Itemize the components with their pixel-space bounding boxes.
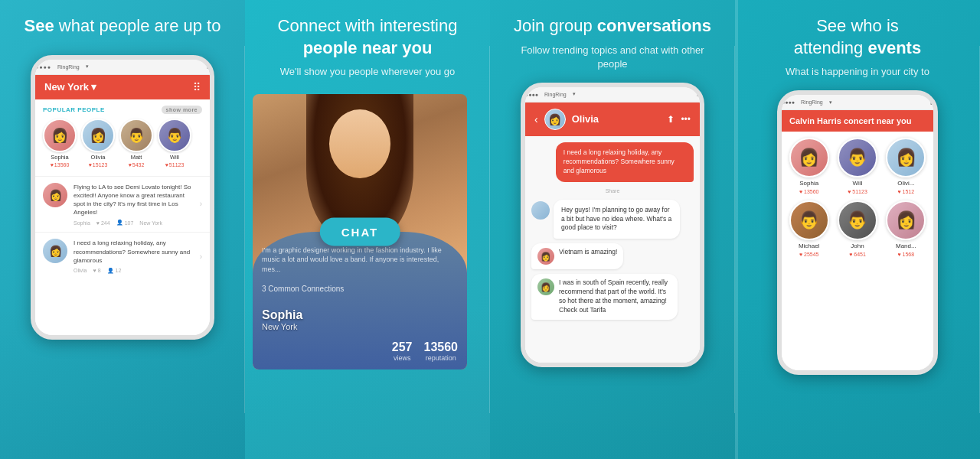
person-avatar-manda: 👩 xyxy=(886,200,926,240)
section-events: See who is attending events What is happ… xyxy=(735,0,980,459)
feed-author-2: Olivia xyxy=(74,268,87,273)
feed-meta-2: Olivia ♥ 8 👤 12 xyxy=(74,268,194,274)
feed-item-1[interactable]: 👩 Flying to LA to see Demi Lovato tonigh… xyxy=(35,176,210,233)
feed-avatar-olivia: 👩 xyxy=(43,239,67,263)
views-stat: 257 views xyxy=(392,340,413,362)
wifi-icon-4: ▾ xyxy=(829,99,832,106)
person-will[interactable]: 👨 Will ♥ 51123 xyxy=(836,138,878,194)
event-header: Calvin Harris concert near you xyxy=(782,110,933,132)
chat-person-avatar: 👩 xyxy=(544,109,566,130)
avatar-sophia[interactable]: 👩 Sophia ♥ 13560 xyxy=(43,119,77,168)
section-social-feed: See what people are up to ●●●● RingRing … xyxy=(0,0,245,459)
section-3-header: Join group conversations Follow trending… xyxy=(490,0,735,79)
event-people-grid: 👩 Sophia ♥ 13560 👨 Will ♥ 51123 xyxy=(782,132,933,263)
phone-status-bar-3: ●●●● RingRing ▾ ▮ xyxy=(525,87,700,103)
chat-messages-area: I need a long relaxing holiday, any reco… xyxy=(525,136,700,363)
section-4-header: See who is attending events What is happ… xyxy=(770,0,945,86)
back-arrow-icon[interactable]: ‹ xyxy=(534,113,538,125)
avatar-matt[interactable]: 👨 Matt ♥ 5432 xyxy=(119,119,153,168)
feed-likes-2: ♥ 8 xyxy=(93,268,101,273)
signal-icon-3: ●●●● xyxy=(525,92,538,97)
popular-people-section: POPULAR PEOPLE show more 👩 Sophia ♥ 1356… xyxy=(35,99,210,176)
chevron-down-icon: ▾ xyxy=(91,81,96,93)
person-olivia-partial[interactable]: 👩 Olivi... ♥ 1512 xyxy=(885,138,927,194)
section-group-chat: Join group conversations Follow trending… xyxy=(490,0,735,459)
connections-label: 3 Common Connections xyxy=(262,285,344,293)
section-1-headline: See what people are up to xyxy=(24,15,221,37)
will-avatar: 👨 xyxy=(158,119,191,152)
chat-bubble-self: I need a long relaxing holiday, any reco… xyxy=(556,142,694,182)
person-john[interactable]: 👨 John ♥ 6451 xyxy=(836,200,878,257)
profile-bio: I'm a graphic designer working in the fa… xyxy=(262,246,458,275)
feed-content-2: I need a long relaxing holiday, any reco… xyxy=(74,239,194,274)
section-profile: Connect with interesting people near you… xyxy=(245,0,490,459)
person-avatar-john: 👨 xyxy=(838,200,877,240)
chat-reply-1: 👩 Vietnam is amazing! xyxy=(531,243,623,269)
carrier-label-3: RingRing xyxy=(544,92,567,97)
feed-item-2[interactable]: 👩 I need a long relaxing holiday, any re… xyxy=(35,232,210,280)
section-2-header: Connect with interesting people near you… xyxy=(263,0,473,86)
profile-name-overlay: Sophia New York xyxy=(262,308,302,331)
section-4-headline: See who is attending events xyxy=(786,15,929,59)
section-2-subtext: We'll show you people wherever you go xyxy=(278,65,458,79)
chat-action-icons: ⬆ ••• xyxy=(667,114,691,125)
person-avatar-will: 👨 xyxy=(838,138,877,177)
olivia-avatar: 👩 xyxy=(81,119,115,152)
person-avatar-olivia: 👩 xyxy=(886,138,926,177)
matt-avatar: 👨 xyxy=(119,119,153,152)
popular-avatars-row: 👩 Sophia ♥ 13560 👩 Olivia ♥ 15123 xyxy=(43,119,202,168)
feed-author-1: Sophia xyxy=(74,220,90,226)
reply-avatar-2: 👩 xyxy=(537,278,554,295)
grid-icon[interactable]: ⠿ xyxy=(193,81,201,93)
signal-icon-4: ●●●● xyxy=(782,99,795,105)
other-message-row: Hey guys! I'm planning to go away for a … xyxy=(531,200,694,239)
person-manda[interactable]: 👩 Mand... ♥ 1568 xyxy=(885,200,927,257)
chat-bubble-other: Hey guys! I'm planning to go away for a … xyxy=(554,200,680,239)
chat-person-name: Olivia xyxy=(572,113,662,125)
battery-icon-4: ▮ xyxy=(930,99,933,106)
feed-comments-2: 👤 12 xyxy=(107,268,122,274)
chat-button[interactable]: CHAT xyxy=(320,218,400,246)
profile-photo-area: Sophia New York 257 views 13560 reputati… xyxy=(253,90,482,381)
signal-icon: ●●●● xyxy=(35,64,51,70)
feed-likes-1: ♥ 244 xyxy=(96,220,110,226)
feed-meta-1: Sophia ♥ 244 👤 107 New York xyxy=(74,220,194,226)
feed-avatar-sophia: 👩 xyxy=(43,183,67,207)
other-avatar xyxy=(531,201,550,220)
sophia-avatar: 👩 xyxy=(43,119,77,152)
carrier-label-4: RingRing xyxy=(801,99,823,105)
section-3-headline: Join group conversations xyxy=(505,15,720,37)
battery-icon: ▮ xyxy=(207,63,210,70)
feed-location-1: New York xyxy=(139,220,162,226)
battery-icon-3: ▮ xyxy=(697,91,700,97)
more-icon[interactable]: ••• xyxy=(681,114,691,125)
phone-status-bar-4: ●●●● RingRing ▾ ▮ xyxy=(782,95,933,110)
carrier-label: RingRing xyxy=(57,64,80,70)
phone-screen-4: Calvin Harris concert near you 👩 Sophia … xyxy=(782,110,933,370)
person-michael[interactable]: 👨 Michael ♥ 25545 xyxy=(788,200,830,257)
reply-avatar-1: 👩 xyxy=(537,248,554,265)
feed-comments-1: 👤 107 xyxy=(116,220,134,226)
reputation-stat: 13560 reputation xyxy=(424,340,459,362)
feed-content-1: Flying to LA to see Demi Lovato tonight!… xyxy=(74,183,194,226)
phone-screen-1: New York ▾ ⠿ POPULAR PEOPLE show more 👩 xyxy=(35,75,210,335)
wifi-icon-3: ▾ xyxy=(573,91,576,97)
share-hint: Share xyxy=(531,187,694,195)
popular-label: POPULAR PEOPLE show more xyxy=(43,106,202,114)
chat-header: ‹ 👩 Olivia ⬆ ••• xyxy=(525,103,700,136)
city-selector[interactable]: New York ▾ xyxy=(44,81,96,93)
person-sophia[interactable]: 👩 Sophia ♥ 13560 xyxy=(788,138,830,194)
phone-frame-1: ●●●● RingRing ▾ ▮ New York ▾ ⠿ POPULAR P… xyxy=(31,55,214,340)
phone-frame-4: ●●●● RingRing ▾ ▮ Calvin Harris concert … xyxy=(777,90,938,375)
phone-frame-3: ●●●● RingRing ▾ ▮ ‹ 👩 Olivia ⬆ ••• xyxy=(521,83,704,367)
phone-screen-3: ‹ 👩 Olivia ⬆ ••• I need a long relaxing … xyxy=(525,103,700,363)
wifi-icon: ▾ xyxy=(86,63,89,70)
show-more-button[interactable]: show more xyxy=(162,106,202,114)
section-3-subtext: Follow trending topics and chat with oth… xyxy=(505,44,720,71)
chat-reply-2: 👩 I was in south of Spain recently, real… xyxy=(531,274,678,320)
person-avatar-michael: 👨 xyxy=(789,200,829,240)
avatar-olivia[interactable]: 👩 Olivia ♥ 15123 xyxy=(81,119,115,168)
avatar-will[interactable]: 👨 Will ♥ 51123 xyxy=(158,119,191,168)
chevron-right-icon-2: › xyxy=(200,252,202,261)
upload-icon[interactable]: ⬆ xyxy=(667,114,675,125)
